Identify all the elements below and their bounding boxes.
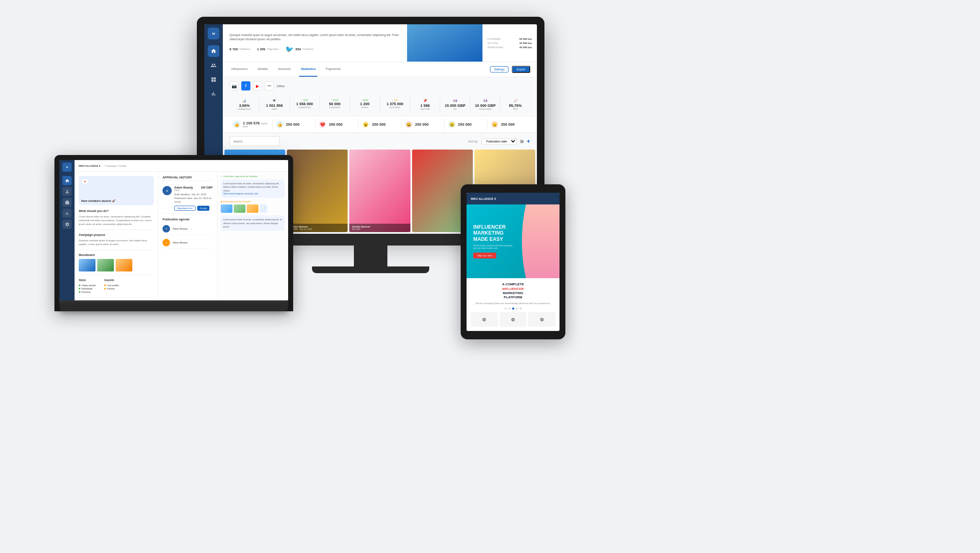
post-card-1[interactable]: Carolyn Spencer 500 GBP · Dec 31, 2019 xyxy=(287,150,348,232)
agenda-item-1: A Adam Beauty xyxy=(162,237,213,248)
campaign-card: B New sneakers launch 🚀 xyxy=(79,176,154,205)
platform-tabs-row: 📷 f ▶ ••• Other xyxy=(223,77,537,93)
platform-tab-instagram[interactable]: 📷 xyxy=(230,81,239,90)
likes-breakdown-row: 👍 1 100 576 (32%) likes 👍 250 000 ❤️ xyxy=(223,116,537,132)
platform-tab-more[interactable]: ••• xyxy=(265,81,274,90)
banner-text-area: Quisque molestie quam id augue accumsan,… xyxy=(223,24,407,62)
approval-price-0: 100 GBP xyxy=(201,186,213,189)
footer-card-2 xyxy=(528,312,555,327)
tablet-device: MIKZ ALLIANCE X INFLUENCER MARKETING MAD… xyxy=(461,184,565,339)
divider-4 xyxy=(79,297,154,298)
laptop-sidebar-stats[interactable] xyxy=(62,209,72,218)
slot-1: Happy people xyxy=(79,284,96,287)
tablet-app: MIKZ ALLIANCE X INFLUENCER MARKETING MAD… xyxy=(467,193,560,331)
like-haha: 😄 250 000 xyxy=(402,119,445,130)
post-overlay-2: Carolyn Spencer 500 GBP xyxy=(349,224,410,232)
search-input[interactable] xyxy=(230,136,280,146)
tab-payments[interactable]: Payments xyxy=(324,62,343,77)
agenda-item-0: A Adam Beauty ✓ xyxy=(162,223,213,235)
laptop-sidebar-settings[interactable] xyxy=(62,220,72,229)
stat-twitter-followers: 🐦 854 Followers xyxy=(285,45,313,53)
laptop-sidebar-campaigns[interactable] xyxy=(62,198,72,207)
monitor-stand-base xyxy=(312,266,429,273)
budget-remaining-row: REMAINING 42 000 £ax xyxy=(487,46,532,49)
agenda-header: Publication agenda xyxy=(162,218,213,221)
divider-1 xyxy=(79,230,154,230)
platform-tab-youtube[interactable]: ▶ xyxy=(253,81,262,90)
sidebar-icon-grid[interactable] xyxy=(208,74,219,85)
chat-link[interactable]: https://www.instagram.com/p/xyz_link xyxy=(223,192,282,196)
tablet-hero-image xyxy=(508,204,560,278)
sidebar-icon-people[interactable] xyxy=(208,59,219,71)
tablet-bezel: MIKZ ALLIANCE X INFLUENCER MARKETING MAD… xyxy=(461,184,565,339)
sidebar-icon-home[interactable] xyxy=(208,45,219,57)
budget-actual-row: ACTUAL 10 000 £ax xyxy=(487,42,532,44)
tablet-footer-cards xyxy=(471,312,555,327)
tablet-bottom: A COMPLETE INFLUENCER MARKETING PLATFORM… xyxy=(467,278,560,331)
approver-role-0: Paid xyxy=(174,189,213,191)
post-card-2[interactable]: Carolyn Spencer 500 GBP xyxy=(349,150,410,232)
monitor-sidebar-logo: M xyxy=(208,28,219,39)
negotiate-price-button[interactable]: Negotiate price xyxy=(174,206,196,211)
add-post-button[interactable]: + xyxy=(527,138,530,145)
like-total-icon: 👍 xyxy=(233,121,240,128)
grid-view-toggle[interactable]: ⊞ xyxy=(520,139,524,144)
export-button[interactable]: Export xyxy=(512,66,530,73)
tablet-screen: MIKZ ALLIANCE X INFLUENCER MARKETING MAD… xyxy=(467,193,560,331)
laptop-content: MIKZ ALLIANCE X / Campaign / Details B N… xyxy=(75,160,288,300)
campaign-banner: Quisque molestie quam id augue accumsan,… xyxy=(223,24,537,62)
laptop-brand: MIKZ ALLIANCE X xyxy=(79,165,101,167)
section-what-text: Lorem ipsum dolor sit amet, consectetur … xyxy=(79,215,154,226)
agenda-avatar-0: A xyxy=(162,225,170,233)
like-thumbsup-icon: 👍 xyxy=(276,121,284,128)
divider-2 xyxy=(79,250,154,250)
laptop-app: M xyxy=(59,160,288,300)
tab-statistics[interactable]: Statistics xyxy=(299,62,317,77)
tablet-header: MIKZ ALLIANCE X xyxy=(467,193,560,204)
like-sad-icon: 😢 xyxy=(448,121,456,128)
thumb-3 xyxy=(116,259,132,271)
campaign-title: New sneakers launch 🚀 xyxy=(81,199,116,203)
approval-item-0: A Adam Beauty 100 GBP Paid Draft deadlin… xyxy=(162,183,213,214)
laptop-screen: M xyxy=(59,160,288,300)
carousel-dots xyxy=(471,308,555,310)
agenda-name-1: Adam Beauty xyxy=(173,241,188,244)
approval-history-header: APPROVAL HISTORY xyxy=(162,176,213,181)
dot-0[interactable] xyxy=(505,308,507,310)
dot-4[interactable] xyxy=(520,308,522,310)
dot-3[interactable] xyxy=(516,308,518,310)
bottom-title: A COMPLETE INFLUENCER MARKETING PLATFORM xyxy=(471,282,555,300)
tab-influencers[interactable]: Influencers xyxy=(230,62,249,77)
chat-attachment-0 xyxy=(221,204,232,213)
laptop-logo: M xyxy=(62,163,72,172)
like-angry: 😠 250 000 xyxy=(487,119,530,130)
chat-message-1: Lorem ipsum dolor sit amet, consectetur … xyxy=(221,215,285,231)
approver-name-0: Adam Beauty xyxy=(174,186,193,189)
laptop-sidebar-people[interactable] xyxy=(62,187,72,196)
platform-tab-other[interactable]: Other xyxy=(276,81,285,90)
section-campaign-title: Campaign purpose xyxy=(79,233,154,236)
tab-details[interactable]: Details xyxy=(256,62,269,77)
tablet-logo: MIKZ ALLIANCE X xyxy=(471,197,496,200)
laptop-left-panel: B New sneakers launch 🚀 What should you … xyxy=(75,172,158,300)
dot-2[interactable] xyxy=(512,308,514,310)
dot-1[interactable] xyxy=(508,308,511,310)
settings-button[interactable]: Settings xyxy=(490,66,508,72)
sidebar-icon-chart[interactable] xyxy=(208,88,219,100)
sort-select[interactable]: Publication date xyxy=(482,138,517,145)
approver-avatar-0: A xyxy=(162,186,172,195)
hero-title-line2: MARKETING xyxy=(473,230,504,236)
banner-image xyxy=(407,24,482,62)
slot-3: Running xyxy=(79,291,96,293)
bottom-subtitle: Elit this campaign Etiam are automatical… xyxy=(471,302,555,305)
stat-reach: 👁 1 001 856 reach xyxy=(260,96,290,113)
accept-button[interactable]: Accept xyxy=(197,206,209,211)
like-angry-icon: 😠 xyxy=(491,121,498,128)
tab-services[interactable]: Services xyxy=(276,62,293,77)
platform-tab-facebook[interactable]: f xyxy=(241,81,250,90)
monitor-nav-tabs: Influencers Details Services Statistics … xyxy=(223,62,537,77)
chat-attachment-1 xyxy=(234,204,245,213)
hero-signup-button[interactable]: Sign up, now xyxy=(473,253,496,258)
laptop-sidebar-home[interactable] xyxy=(62,176,72,185)
agenda-avatar-1: A xyxy=(162,239,170,246)
